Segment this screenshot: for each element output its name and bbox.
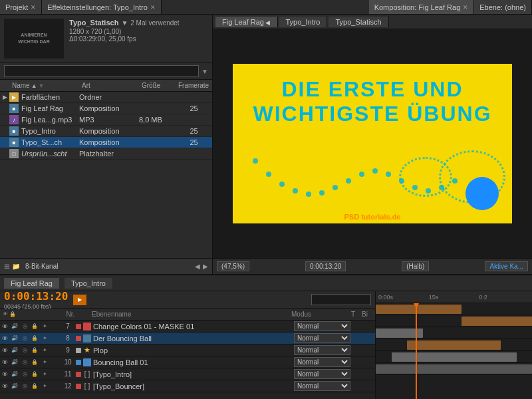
header-lock-icon: 🔒	[9, 311, 16, 317]
layer-bar[interactable]	[407, 340, 501, 350]
next-btn[interactable]: ▶	[203, 263, 208, 270]
layer-row[interactable]: 👁 🔊 ◎ 🔒 ✦ 10 Bouncing Ball 01 Normal	[0, 356, 375, 368]
file-row[interactable]: ■ Typo_Intro Komposition 25	[0, 126, 212, 137]
solo-icon[interactable]: ◎	[20, 358, 29, 367]
eye-icon[interactable]: 👁	[0, 370, 9, 379]
lock-icon[interactable]: 🔒	[30, 370, 39, 379]
comp-quality-label[interactable]: (Halb)	[402, 261, 429, 271]
layer-list: 👁 🔊 ◎ 🔒 ✦ 7 Change Colors 01 - MASKE 01 …	[0, 321, 375, 399]
timeline-search-input[interactable]	[311, 294, 371, 305]
audio-icon[interactable]: 🔊	[10, 370, 19, 379]
mode-select[interactable]: Normal	[294, 333, 350, 343]
file-art: Platzhalter	[79, 150, 139, 158]
layer-bar[interactable]	[392, 352, 517, 362]
layer-row[interactable]: 👁 🔊 ◎ 🔒 ✦ 8 Der Bouncing Ball Normal	[0, 332, 375, 344]
file-name: Typo_Intro	[19, 127, 79, 135]
solo-icon[interactable]: ◎	[20, 370, 29, 379]
layer-tab[interactable]: Ebene: (ohne)	[474, 0, 532, 14]
shy-icon[interactable]: ✦	[40, 382, 49, 391]
solo-icon[interactable]: ◎	[20, 334, 29, 343]
new-comp-btn[interactable]: ⊞	[4, 263, 9, 270]
mode-select[interactable]: Normal	[294, 357, 350, 367]
layer-mode: Normal	[294, 357, 354, 367]
prev-btn[interactable]: ◀	[195, 263, 200, 270]
shy-icon[interactable]: ✦	[40, 370, 49, 379]
comp-active-label[interactable]: Aktive Ka...	[485, 261, 528, 271]
file-row[interactable]: ▶ ▶ Farbflächen Ordner	[0, 92, 212, 103]
col-t: T	[351, 311, 362, 318]
layer-bar[interactable]	[376, 305, 462, 314]
layer-row[interactable]: 👁 🔊 ◎ 🔒 ✦ 7 Change Colors 01 - MASKE 01 …	[0, 321, 375, 332]
file-art: MP3	[79, 116, 139, 124]
layer-header: 👁 🔒 Nr. Ebenenname Modus T Bi	[0, 309, 375, 321]
eye-icon[interactable]: 👁	[0, 346, 9, 355]
project-tab[interactable]: Projekt ✕	[0, 0, 42, 14]
eye-icon[interactable]: 👁	[0, 358, 9, 367]
layer-bar[interactable]	[462, 317, 532, 326]
layer-row[interactable]: 👁 🔊 ◎ 🔒 ✦ 9 ★ Plop Normal	[0, 344, 375, 356]
watermark: PSD tutorials.de	[344, 213, 401, 221]
audio-icon[interactable]: 🔊	[10, 322, 19, 331]
shy-icon[interactable]: ✦	[40, 322, 49, 331]
shy-icon[interactable]: ✦	[40, 334, 49, 343]
audio-icon[interactable]: 🔊	[10, 382, 19, 391]
eye-icon[interactable]: 👁	[0, 334, 9, 343]
lock-icon[interactable]: 🔒	[30, 358, 39, 367]
layer-row[interactable]: 👁 🔊 ◎ 🔒 ✦ 12 [ ] [Typo_Bouncer] Normal	[0, 380, 375, 392]
solo-icon[interactable]: ◎	[20, 382, 29, 391]
comp-tab[interactable]: Typo_Intro	[279, 17, 328, 27]
mode-select[interactable]: Normal	[294, 381, 350, 391]
file-row[interactable]: ♪ Fig Lea...g.mp3 MP3 8,0 MB	[0, 114, 212, 126]
audio-icon[interactable]: 🔊	[10, 358, 19, 367]
thumb-info: Typo_Statisch ▼ 2 Mal verwendet 1280 x 7…	[69, 19, 208, 59]
project-search-input[interactable]	[4, 65, 199, 77]
lock-icon[interactable]: 🔒	[30, 346, 39, 355]
comp-zoom-label[interactable]: (47,5%)	[217, 261, 249, 271]
audio-icon[interactable]: 🔊	[10, 346, 19, 355]
file-size: 8,0 MB	[139, 116, 176, 124]
comp-tab[interactable]: Typo_Statisch	[329, 17, 388, 27]
project-tab-close[interactable]: ✕	[31, 4, 36, 11]
eye-icon[interactable]: 👁	[0, 322, 9, 331]
file-row[interactable]: ■ Fig Leaf Rag Komposition 25	[0, 103, 212, 114]
layer-number: 9	[60, 346, 76, 354]
eye-icon[interactable]: 👁	[0, 382, 9, 391]
col-b: Bi	[362, 311, 372, 318]
comp-tab[interactable]: Fig Leaf Rag ◀	[215, 17, 278, 27]
layer-color-swatch	[76, 372, 81, 377]
solo-icon[interactable]: ◎	[20, 322, 29, 331]
mode-select[interactable]: Normal	[294, 369, 350, 379]
bit-depth-label: 8-Bit-Kanal	[25, 263, 58, 270]
layer-row[interactable]: 👁 🔊 ◎ 🔒 ✦ 11 [ ] [Typo_Intro] Normal	[0, 368, 375, 380]
layer-tab-label: Ebene: (ohne)	[479, 3, 526, 11]
folder-btn[interactable]: 📁	[12, 263, 20, 270]
layer-name: Plop	[92, 346, 294, 354]
comp-line2: WICHTIGSTE ÜBUNG	[246, 102, 499, 126]
mode-select[interactable]: Normal	[294, 321, 350, 331]
effects-tab[interactable]: Effekteinstellungen: Typo_Intro ✕	[42, 0, 162, 14]
mode-select[interactable]: Normal	[294, 345, 350, 355]
lock-icon[interactable]: 🔒	[30, 382, 39, 391]
timeline-tab[interactable]: Typo_Intro	[65, 278, 112, 289]
layer-row-icons: 👁 🔊 ◎ 🔒 ✦	[0, 358, 60, 367]
layer-row-icons: 👁 🔊 ◎ 🔒 ✦	[0, 382, 60, 391]
header-eye-icon: 👁	[3, 311, 8, 317]
shy-icon[interactable]: ✦	[40, 346, 49, 355]
file-row[interactable]: □ Ursprün...scht Platzhalter	[0, 148, 212, 160]
file-row[interactable]: ■ Typo_St...ch Komposition 25	[0, 137, 212, 148]
shy-icon[interactable]: ✦	[40, 358, 49, 367]
project-search-bar: ▼	[0, 63, 212, 80]
solo-icon[interactable]: ◎	[20, 346, 29, 355]
solid-layer-icon	[83, 323, 91, 331]
lock-icon[interactable]: 🔒	[30, 322, 39, 331]
audio-icon[interactable]: 🔊	[10, 334, 19, 343]
comp-tab-arrow: ◀	[264, 19, 271, 26]
comp-main-tab-close[interactable]: ✕	[463, 4, 468, 11]
timeline-tab[interactable]: Fig Leaf Rag	[4, 278, 59, 289]
comp-main-tab[interactable]: Komposition: Fig Leaf Rag ✕	[369, 0, 475, 14]
lock-icon[interactable]: 🔒	[30, 334, 39, 343]
effects-tab-close[interactable]: ✕	[150, 4, 156, 11]
file-type-icon: □	[9, 149, 19, 158]
layer-bar[interactable]	[376, 364, 532, 374]
asset-duration: Δ0:03:29:00, 25,00 fps	[69, 35, 208, 43]
